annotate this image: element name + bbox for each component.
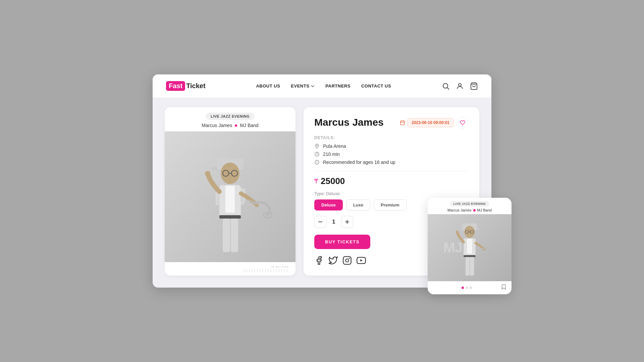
duration-text: 210 min — [323, 152, 340, 157]
mobile-performer1: Marcus James — [447, 208, 472, 212]
bookmark-button[interactable] — [501, 284, 507, 292]
mobile-event-image: MJ — [428, 214, 512, 281]
pagination-dot-2 — [466, 287, 468, 289]
bookmark-icon — [501, 284, 507, 290]
instagram-icon[interactable] — [342, 256, 352, 265]
performer2: MJ Band — [240, 123, 258, 128]
price-icon: ₸ — [314, 178, 318, 185]
mobile-performer2: MJ Band — [477, 208, 492, 212]
nav-events[interactable]: EVENTS — [291, 83, 315, 88]
mobile-footer — [428, 281, 512, 294]
svg-line-1 — [447, 87, 449, 89]
svg-point-15 — [205, 171, 210, 176]
musician-illustration — [183, 141, 277, 262]
mobile-pagination — [432, 287, 501, 289]
mobile-performers: Marcus James MJ Band — [447, 208, 492, 212]
venue-text: Pula Arena — [323, 143, 346, 149]
type-deluxe-button[interactable]: Deluxe — [314, 199, 343, 210]
type-premium-button[interactable]: Premium — [374, 199, 407, 210]
price-value: 25000 — [321, 176, 345, 186]
svg-point-46 — [455, 231, 459, 234]
twitter-icon[interactable] — [328, 256, 338, 265]
svg-point-33 — [349, 258, 350, 258]
svg-rect-12 — [219, 215, 241, 219]
svg-point-0 — [443, 83, 448, 88]
header: Fast Ticket ABOUT US EVENTS PARTNERS CON… — [153, 74, 491, 98]
nav-about[interactable]: ABOUT US — [256, 83, 280, 88]
type-label: Type: Deluxe — [314, 191, 469, 196]
chevron-down-icon — [311, 84, 315, 88]
age-row: Recommended for ages 16 and up — [314, 160, 469, 165]
svg-rect-31 — [343, 256, 351, 264]
event-performers: Marcus James MJ Band — [202, 123, 258, 128]
mobile-dot-divider — [473, 209, 476, 212]
pagination-dot-3 — [470, 287, 472, 289]
svg-point-27 — [317, 163, 317, 163]
event-title: Marcus James — [314, 117, 384, 128]
svg-rect-13 — [223, 219, 230, 252]
cart-icon[interactable] — [470, 82, 478, 90]
date-heart-group: 2023-06-10 09:00:01 — [400, 117, 469, 129]
location-icon — [314, 143, 320, 149]
svg-rect-11 — [225, 186, 235, 213]
price-section: ₸ 25000 — [314, 176, 469, 186]
type-luxe-button[interactable]: Luxe — [346, 199, 370, 210]
quantity-increase-button[interactable] — [341, 216, 353, 228]
mobile-card-header: LIVE JAZZ EVENING Marcus James MJ Band — [428, 198, 512, 214]
details-section: DETAILS: Pula Arena 210 min Recommended … — [314, 135, 469, 165]
header-icons — [442, 82, 478, 90]
main-content: LIVE JAZZ EVENING Marcus James MJ Band M… — [153, 98, 491, 288]
logo-ticket: Ticket — [186, 82, 205, 90]
svg-rect-45 — [470, 257, 474, 276]
svg-rect-14 — [231, 219, 238, 252]
buy-tickets-button[interactable]: BUY TICKETS — [314, 235, 370, 249]
mobile-musician-illustration — [443, 214, 496, 281]
quantity-value: 1 — [330, 219, 337, 225]
event-tag: LIVE JAZZ EVENING — [206, 113, 254, 120]
event-image: MJ — [165, 131, 296, 262]
quantity-decrease-button[interactable] — [314, 216, 326, 228]
heart-icon — [460, 120, 465, 125]
svg-point-32 — [345, 259, 348, 262]
logo[interactable]: Fast Ticket — [166, 81, 206, 91]
event-card: LIVE JAZZ EVENING Marcus James MJ Band M… — [165, 107, 296, 276]
facebook-icon[interactable] — [314, 256, 324, 265]
age-icon — [314, 160, 320, 165]
svg-rect-44 — [466, 257, 470, 276]
details-label: DETAILS: — [314, 135, 469, 140]
calendar-icon — [400, 120, 405, 125]
pagination-dot-1 — [462, 287, 464, 289]
svg-point-23 — [316, 145, 317, 146]
divider — [314, 171, 469, 171]
account-icon[interactable] — [456, 82, 464, 90]
nav-contact[interactable]: CONTACT US — [361, 83, 391, 88]
event-card-header: LIVE JAZZ EVENING Marcus James MJ Band — [165, 107, 296, 131]
mobile-event-tag: LIVE JAZZ EVENING — [450, 201, 489, 206]
svg-rect-42 — [467, 239, 472, 253]
plus-icon — [345, 220, 350, 224]
mobile-card: LIVE JAZZ EVENING Marcus James MJ Band M… — [428, 198, 512, 294]
dot-divider — [235, 124, 237, 127]
favorite-button[interactable] — [457, 117, 469, 129]
svg-rect-19 — [400, 121, 405, 125]
venue-row: Pula Arena — [314, 143, 469, 149]
performer1: Marcus James — [202, 123, 232, 128]
svg-marker-34 — [360, 259, 363, 261]
detail-top: Marcus James 2023-06-10 09:00:01 — [314, 117, 469, 129]
main-nav: ABOUT US EVENTS PARTNERS CONTACT US — [256, 83, 391, 88]
barcode: ID 037 9-02 ||||||||||||||||| — [243, 265, 289, 272]
svg-rect-43 — [464, 255, 476, 257]
date-badge: 2023-06-10 09:00:01 — [400, 118, 454, 127]
search-icon[interactable] — [442, 82, 450, 90]
youtube-icon[interactable] — [357, 256, 366, 265]
nav-partners[interactable]: PARTNERS — [325, 83, 351, 88]
duration-row: 210 min — [314, 152, 469, 157]
browser-window: Fast Ticket ABOUT US EVENTS PARTNERS CON… — [153, 74, 491, 288]
card-footer: ID 037 9-02 ||||||||||||||||| — [165, 262, 296, 276]
svg-point-2 — [459, 83, 461, 86]
age-text: Recommended for ages 16 and up — [323, 160, 395, 165]
event-date: 2023-06-10 09:00:01 — [407, 118, 454, 127]
logo-fast: Fast — [166, 81, 185, 91]
duration-icon — [314, 152, 320, 157]
minus-icon — [318, 220, 323, 224]
